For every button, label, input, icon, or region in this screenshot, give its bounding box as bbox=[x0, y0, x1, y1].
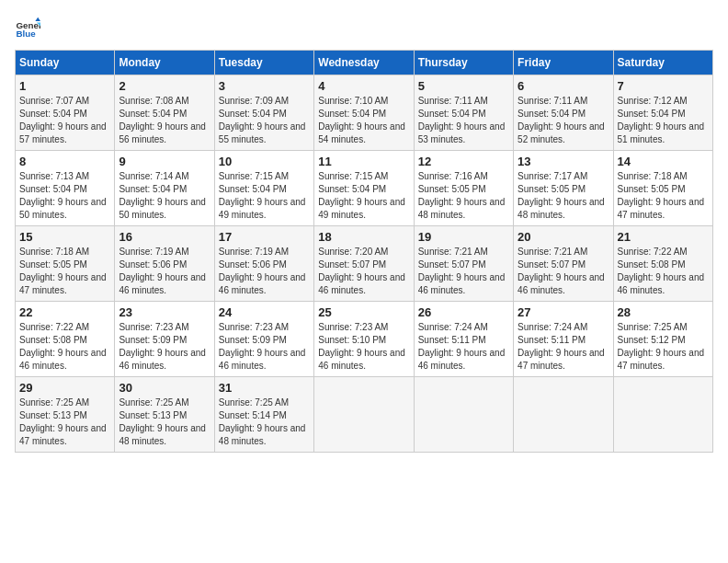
calendar-cell: 8 Sunrise: 7:13 AM Sunset: 5:04 PM Dayli… bbox=[16, 151, 115, 226]
calendar-cell: 14 Sunrise: 7:18 AM Sunset: 5:05 PM Dayl… bbox=[613, 151, 712, 226]
calendar-cell: 21 Sunrise: 7:22 AM Sunset: 5:08 PM Dayl… bbox=[613, 226, 712, 302]
day-number: 15 bbox=[19, 230, 110, 244]
header-saturday: Saturday bbox=[613, 51, 712, 75]
day-info: Sunrise: 7:23 AM Sunset: 5:09 PM Dayligh… bbox=[219, 321, 310, 373]
calendar-cell: 18 Sunrise: 7:20 AM Sunset: 5:07 PM Dayl… bbox=[314, 226, 414, 302]
header-friday: Friday bbox=[514, 51, 613, 75]
calendar-cell: 22 Sunrise: 7:22 AM Sunset: 5:08 PM Dayl… bbox=[16, 302, 115, 377]
day-info: Sunrise: 7:16 AM Sunset: 5:05 PM Dayligh… bbox=[418, 170, 509, 222]
day-number: 23 bbox=[119, 305, 210, 319]
day-info: Sunrise: 7:24 AM Sunset: 5:11 PM Dayligh… bbox=[418, 321, 509, 373]
calendar-cell: 9 Sunrise: 7:14 AM Sunset: 5:04 PM Dayli… bbox=[115, 151, 214, 226]
day-info: Sunrise: 7:13 AM Sunset: 5:04 PM Dayligh… bbox=[19, 170, 110, 222]
day-info: Sunrise: 7:14 AM Sunset: 5:04 PM Dayligh… bbox=[119, 170, 210, 222]
day-info: Sunrise: 7:25 AM Sunset: 5:14 PM Dayligh… bbox=[219, 396, 310, 448]
day-number: 24 bbox=[219, 305, 310, 319]
header-monday: Monday bbox=[115, 51, 214, 75]
day-info: Sunrise: 7:19 AM Sunset: 5:06 PM Dayligh… bbox=[119, 246, 210, 297]
header-tuesday: Tuesday bbox=[214, 51, 313, 75]
day-number: 4 bbox=[318, 79, 409, 93]
calendar-cell bbox=[314, 377, 414, 453]
calendar-cell: 10 Sunrise: 7:15 AM Sunset: 5:04 PM Dayl… bbox=[214, 151, 313, 226]
day-number: 31 bbox=[219, 381, 310, 395]
calendar-header-row: SundayMondayTuesdayWednesdayThursdayFrid… bbox=[16, 51, 713, 75]
day-info: Sunrise: 7:22 AM Sunset: 5:08 PM Dayligh… bbox=[618, 246, 709, 297]
logo-icon: General Blue bbox=[15, 15, 40, 40]
day-info: Sunrise: 7:21 AM Sunset: 5:07 PM Dayligh… bbox=[418, 246, 509, 297]
day-number: 18 bbox=[318, 230, 409, 244]
calendar-cell: 16 Sunrise: 7:19 AM Sunset: 5:06 PM Dayl… bbox=[115, 226, 214, 302]
calendar-week-row: 8 Sunrise: 7:13 AM Sunset: 5:04 PM Dayli… bbox=[16, 151, 713, 226]
calendar-cell: 23 Sunrise: 7:23 AM Sunset: 5:09 PM Dayl… bbox=[115, 302, 214, 377]
day-info: Sunrise: 7:15 AM Sunset: 5:04 PM Dayligh… bbox=[219, 170, 310, 222]
calendar-cell: 5 Sunrise: 7:11 AM Sunset: 5:04 PM Dayli… bbox=[414, 75, 513, 151]
day-number: 16 bbox=[119, 230, 210, 244]
calendar-cell: 25 Sunrise: 7:23 AM Sunset: 5:10 PM Dayl… bbox=[314, 302, 414, 377]
day-number: 17 bbox=[219, 230, 310, 244]
calendar-week-row: 15 Sunrise: 7:18 AM Sunset: 5:05 PM Dayl… bbox=[16, 226, 713, 302]
day-info: Sunrise: 7:11 AM Sunset: 5:04 PM Dayligh… bbox=[518, 95, 609, 146]
day-number: 29 bbox=[19, 381, 110, 395]
day-info: Sunrise: 7:25 AM Sunset: 5:12 PM Dayligh… bbox=[618, 321, 709, 373]
day-number: 21 bbox=[618, 230, 709, 244]
svg-marker-2 bbox=[35, 17, 40, 21]
calendar-cell: 30 Sunrise: 7:25 AM Sunset: 5:13 PM Dayl… bbox=[115, 377, 214, 453]
calendar-cell: 24 Sunrise: 7:23 AM Sunset: 5:09 PM Dayl… bbox=[214, 302, 313, 377]
day-info: Sunrise: 7:15 AM Sunset: 5:04 PM Dayligh… bbox=[318, 170, 409, 222]
day-number: 7 bbox=[618, 79, 709, 93]
logo: General Blue bbox=[15, 15, 44, 40]
day-info: Sunrise: 7:09 AM Sunset: 5:04 PM Dayligh… bbox=[219, 95, 310, 146]
calendar-cell: 17 Sunrise: 7:19 AM Sunset: 5:06 PM Dayl… bbox=[214, 226, 313, 302]
day-number: 2 bbox=[119, 79, 210, 93]
day-info: Sunrise: 7:10 AM Sunset: 5:04 PM Dayligh… bbox=[318, 95, 409, 146]
day-info: Sunrise: 7:12 AM Sunset: 5:04 PM Dayligh… bbox=[618, 95, 709, 146]
calendar-cell bbox=[514, 377, 613, 453]
day-info: Sunrise: 7:11 AM Sunset: 5:04 PM Dayligh… bbox=[418, 95, 509, 146]
day-number: 26 bbox=[418, 305, 509, 319]
calendar-cell: 7 Sunrise: 7:12 AM Sunset: 5:04 PM Dayli… bbox=[613, 75, 712, 151]
day-number: 3 bbox=[219, 79, 310, 93]
day-info: Sunrise: 7:23 AM Sunset: 5:10 PM Dayligh… bbox=[318, 321, 409, 373]
day-number: 5 bbox=[418, 79, 509, 93]
day-info: Sunrise: 7:21 AM Sunset: 5:07 PM Dayligh… bbox=[518, 246, 609, 297]
day-info: Sunrise: 7:20 AM Sunset: 5:07 PM Dayligh… bbox=[318, 246, 409, 297]
header-thursday: Thursday bbox=[414, 51, 513, 75]
day-number: 8 bbox=[19, 155, 110, 168]
day-number: 6 bbox=[518, 79, 609, 93]
calendar-cell: 13 Sunrise: 7:17 AM Sunset: 5:05 PM Dayl… bbox=[514, 151, 613, 226]
day-info: Sunrise: 7:22 AM Sunset: 5:08 PM Dayligh… bbox=[19, 321, 110, 373]
day-info: Sunrise: 7:19 AM Sunset: 5:06 PM Dayligh… bbox=[219, 246, 310, 297]
calendar-cell: 2 Sunrise: 7:08 AM Sunset: 5:04 PM Dayli… bbox=[115, 75, 214, 151]
day-number: 12 bbox=[418, 155, 509, 168]
day-info: Sunrise: 7:18 AM Sunset: 5:05 PM Dayligh… bbox=[19, 246, 110, 297]
calendar-cell: 27 Sunrise: 7:24 AM Sunset: 5:11 PM Dayl… bbox=[514, 302, 613, 377]
calendar-cell: 12 Sunrise: 7:16 AM Sunset: 5:05 PM Dayl… bbox=[414, 151, 513, 226]
day-number: 28 bbox=[618, 305, 709, 319]
calendar-cell: 11 Sunrise: 7:15 AM Sunset: 5:04 PM Dayl… bbox=[314, 151, 414, 226]
calendar-cell: 28 Sunrise: 7:25 AM Sunset: 5:12 PM Dayl… bbox=[613, 302, 712, 377]
day-number: 22 bbox=[19, 305, 110, 319]
day-info: Sunrise: 7:18 AM Sunset: 5:05 PM Dayligh… bbox=[618, 170, 709, 222]
day-info: Sunrise: 7:23 AM Sunset: 5:09 PM Dayligh… bbox=[119, 321, 210, 373]
calendar-cell: 19 Sunrise: 7:21 AM Sunset: 5:07 PM Dayl… bbox=[414, 226, 513, 302]
calendar-cell: 1 Sunrise: 7:07 AM Sunset: 5:04 PM Dayli… bbox=[16, 75, 115, 151]
day-info: Sunrise: 7:24 AM Sunset: 5:11 PM Dayligh… bbox=[518, 321, 609, 373]
calendar-cell: 15 Sunrise: 7:18 AM Sunset: 5:05 PM Dayl… bbox=[16, 226, 115, 302]
calendar-cell: 3 Sunrise: 7:09 AM Sunset: 5:04 PM Dayli… bbox=[214, 75, 313, 151]
calendar-cell: 20 Sunrise: 7:21 AM Sunset: 5:07 PM Dayl… bbox=[514, 226, 613, 302]
day-number: 27 bbox=[518, 305, 609, 319]
day-number: 1 bbox=[19, 79, 110, 93]
day-info: Sunrise: 7:25 AM Sunset: 5:13 PM Dayligh… bbox=[19, 396, 110, 448]
page-header: General Blue bbox=[15, 15, 713, 40]
day-info: Sunrise: 7:25 AM Sunset: 5:13 PM Dayligh… bbox=[119, 396, 210, 448]
day-number: 13 bbox=[518, 155, 609, 168]
calendar-week-row: 22 Sunrise: 7:22 AM Sunset: 5:08 PM Dayl… bbox=[16, 302, 713, 377]
day-info: Sunrise: 7:17 AM Sunset: 5:05 PM Dayligh… bbox=[518, 170, 609, 222]
calendar-cell bbox=[613, 377, 712, 453]
calendar-table: SundayMondayTuesdayWednesdayThursdayFrid… bbox=[15, 50, 713, 453]
calendar-cell: 26 Sunrise: 7:24 AM Sunset: 5:11 PM Dayl… bbox=[414, 302, 513, 377]
day-number: 25 bbox=[318, 305, 409, 319]
day-number: 19 bbox=[418, 230, 509, 244]
calendar-cell: 4 Sunrise: 7:10 AM Sunset: 5:04 PM Dayli… bbox=[314, 75, 414, 151]
day-number: 11 bbox=[318, 155, 409, 168]
